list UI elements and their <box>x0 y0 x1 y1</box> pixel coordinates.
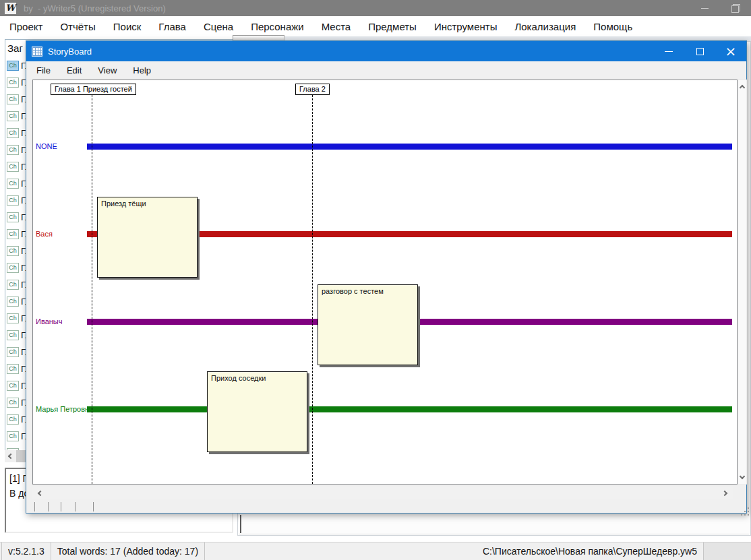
maximize-icon <box>696 48 704 55</box>
chapter-icon: Ch <box>7 195 19 206</box>
ywriter-app-icon: W <box>5 3 16 14</box>
editor-divider <box>239 534 749 534</box>
chevron-right-icon <box>722 491 727 496</box>
chapter-icon: Ch <box>7 77 19 88</box>
main-menu-item[interactable]: Места <box>313 21 360 32</box>
main-menu-item[interactable]: Глава <box>150 21 195 32</box>
text-caret <box>240 515 241 533</box>
character-track-label: Марья Петровна <box>36 405 93 413</box>
scroll-left-button[interactable] <box>5 450 16 462</box>
word-count-label: Total words: 17 (Added today: 17) <box>51 542 205 560</box>
main-titlebar: W by - yWriter5 (Unregistered Version) <box>0 0 751 16</box>
storyboard-minimize-button[interactable] <box>653 41 684 61</box>
chevron-left-icon <box>8 454 13 459</box>
chapter-icon: Ch <box>7 381 19 391</box>
chapter-icon: Ch <box>7 347 19 357</box>
chapter-icon: Ch <box>7 61 19 71</box>
ruler-ticks <box>32 502 167 512</box>
storyboard-titlebar[interactable]: StoryBoard × <box>26 41 746 61</box>
storyboard-maximize-button[interactable] <box>684 41 715 61</box>
storyboard-menu-item[interactable]: Help <box>125 65 159 75</box>
ruler-tick <box>75 502 76 511</box>
version-label: v:5.2.1.3 <box>1 542 51 560</box>
chapter-marker[interactable]: Глава 1 Приезд гостей <box>51 84 136 95</box>
storyboard-close-button[interactable]: × <box>715 41 746 61</box>
chapter-icon: Ch <box>7 330 19 340</box>
main-menu-item[interactable]: Инструменты <box>425 21 506 32</box>
character-track-label: Вася <box>36 230 53 238</box>
chevron-down-icon <box>740 474 745 479</box>
character-track-label: NONE <box>36 142 57 150</box>
storyboard-grid-icon <box>32 46 42 57</box>
chevron-left-icon <box>38 491 43 496</box>
chapter-icon: Ch <box>7 145 19 155</box>
resize-grip-icon[interactable] <box>741 507 742 509</box>
ruler-tick <box>48 502 49 511</box>
storyboard-menu-item[interactable]: Edit <box>59 65 90 75</box>
minimize-icon <box>701 8 709 9</box>
chapter-icon: Ch <box>7 280 19 290</box>
main-menu-item[interactable]: Помощь <box>584 21 641 32</box>
scene-note-card[interactable]: Приезд тёщи <box>97 197 198 278</box>
chapter-icon: Ch <box>7 297 19 307</box>
character-timeline <box>87 144 732 150</box>
main-menu-item[interactable]: Сцена <box>195 21 242 32</box>
chapter-icon: Ch <box>7 229 19 239</box>
chapter-icon: Ch <box>7 431 19 441</box>
ruler-tick <box>34 502 35 511</box>
vertical-scrollbar[interactable] <box>738 80 747 485</box>
main-menu-item[interactable]: Поиск <box>104 21 150 32</box>
statusbar: v:5.2.1.3 Total words: 17 (Added today: … <box>0 542 751 560</box>
storyboard-window: StoryBoard × FileEditViewHelp Глава 1 Пр… <box>26 40 747 514</box>
main-menu-item[interactable]: Проект <box>1 21 51 32</box>
chapter-boundary-line <box>312 95 313 484</box>
restore-icon <box>731 4 740 13</box>
statusbar-end-panel <box>704 542 751 560</box>
storyboard-window-title: StoryBoard <box>48 46 92 57</box>
chapter-icon: Ch <box>7 162 19 172</box>
main-menu-item[interactable]: Персонажи <box>242 21 313 32</box>
scene-note-card[interactable]: разговор с тестем <box>318 284 418 365</box>
minimize-button[interactable] <box>689 0 720 16</box>
chapter-icon: Ch <box>7 364 19 374</box>
main-menu-item[interactable]: Предметы <box>359 21 425 32</box>
scene-note-card[interactable]: Приход соседки <box>207 371 307 452</box>
main-menu-item[interactable]: Отчёты <box>51 21 104 32</box>
main-menu-item[interactable]: Локализация <box>506 21 584 32</box>
chapter-icon: Ch <box>7 398 19 408</box>
main-menubar: ПроектОтчётыПоискГлаваСценаПерсонажиМест… <box>0 16 751 36</box>
project-file-path: C:\Писательское\Новая папка\СуперШедевр.… <box>205 542 704 560</box>
chapter-icon: Ch <box>7 128 19 138</box>
chapter-icon: Ch <box>7 263 19 273</box>
horizontal-scrollbar[interactable] <box>32 487 733 499</box>
chapter-icon: Ch <box>7 111 19 121</box>
chapter-marker[interactable]: Глава 2 <box>295 84 330 95</box>
main-window-title: by - yWriter5 (Unregistered Version) <box>24 3 166 13</box>
storyboard-window-controls: × <box>653 41 746 61</box>
window-controls <box>689 0 751 16</box>
chapter-icon: Ch <box>7 414 19 425</box>
minimize-icon <box>665 51 673 52</box>
storyboard-menu-item[interactable]: File <box>28 65 59 75</box>
chapter-icon: Ch <box>7 313 19 323</box>
restore-button[interactable] <box>720 0 751 16</box>
chapter-icon: Ch <box>7 179 19 189</box>
chapter-icon: Ch <box>7 212 19 222</box>
chevron-up-icon <box>740 85 745 90</box>
storyboard-menu-item[interactable]: View <box>90 65 125 75</box>
ruler-tick <box>61 502 61 511</box>
character-timeline <box>87 406 732 412</box>
storyboard-menubar: FileEditViewHelp <box>26 61 746 80</box>
character-track-label: Иваныч <box>36 317 62 325</box>
chapter-icon: Ch <box>7 246 19 256</box>
storyboard-canvas: Глава 1 Приезд гостейГлава 2NONEВасяИван… <box>32 80 738 485</box>
ruler-tick <box>93 502 94 511</box>
chapter-boundary-line <box>92 95 92 484</box>
chapter-icon: Ch <box>7 94 19 104</box>
